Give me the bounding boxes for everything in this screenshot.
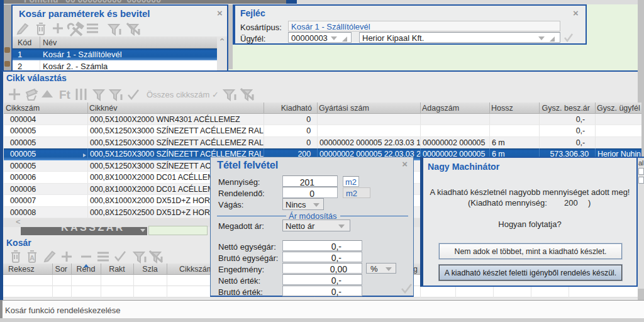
svg-text:A: A (30, 254, 35, 262)
svg-text:Ft: Ft (59, 88, 71, 101)
svg-text:Összes cikkszám ✓: Összes cikkszám ✓ (147, 90, 219, 99)
